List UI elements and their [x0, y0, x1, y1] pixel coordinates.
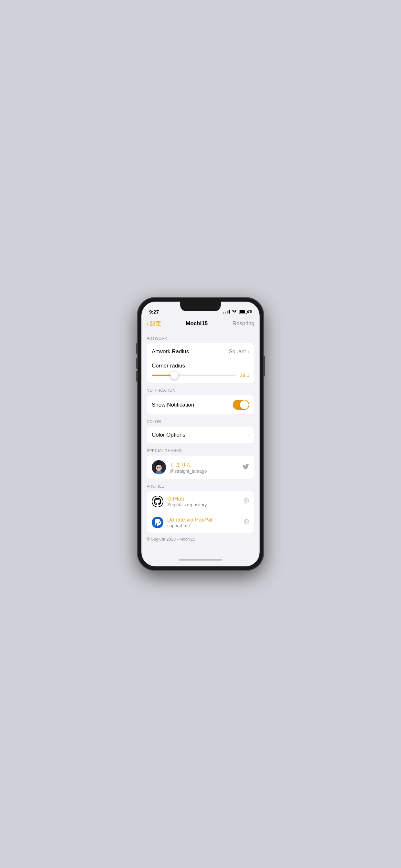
- chevron-right-icon: ›: [248, 432, 249, 438]
- copyright-symbol: ©: [147, 537, 150, 541]
- slider-track[interactable]: [152, 375, 236, 376]
- wifi-icon: [232, 309, 237, 314]
- home-indicator-area: [142, 555, 259, 566]
- github-row[interactable]: GitHub Sugiuta's repository: [147, 491, 254, 512]
- special-thanks-row[interactable]: しまりん @straight_tamago: [147, 456, 254, 479]
- svg-point-4: [156, 465, 162, 471]
- corner-radius-label: Corner radius: [152, 363, 249, 369]
- paypal-sub: support me: [167, 523, 243, 528]
- phone-screen: 9:27 76: [142, 302, 259, 566]
- settings-content: ARTWORK Artwork Radius Square › Corner r…: [142, 331, 259, 555]
- signal-icon: [223, 310, 230, 314]
- thanks-info: しまりん @straight_tamago: [170, 461, 242, 474]
- github-sub: Sugiuta's repository: [167, 502, 243, 507]
- artwork-radius-label: Artwork Radius: [152, 348, 189, 355]
- twitter-icon[interactable]: [242, 463, 249, 472]
- color-options-row[interactable]: Color Options ›: [147, 427, 254, 443]
- footer: ©Sugiuta 2023 - Mochi15: [142, 533, 259, 543]
- battery-icon: 76: [239, 309, 252, 314]
- battery-level: 76: [248, 309, 252, 314]
- paypal-info: Donate via PayPal support me: [167, 517, 243, 528]
- special-thanks-section-label: SPECIAL THANKS: [142, 443, 259, 456]
- respring-button[interactable]: Respring: [233, 320, 254, 327]
- nav-bar: ‹ 設定 Mochi15 Respring: [142, 317, 259, 331]
- artwork-radius-row[interactable]: Artwork Radius Square ›: [147, 343, 254, 360]
- phone-frame: 9:27 76: [137, 298, 264, 570]
- back-label: 設定: [150, 320, 161, 327]
- slider-value: 19.0: [239, 372, 249, 378]
- artwork-radius-value: Square ›: [229, 348, 250, 355]
- external-link-icon: [243, 498, 249, 505]
- corner-radius-row: Corner radius 19.0: [147, 360, 254, 383]
- thanks-name: しまりん: [170, 461, 242, 469]
- profile-card: GitHub Sugiuta's repository: [147, 491, 254, 533]
- paypal-label: Donate via PayPal: [167, 517, 243, 523]
- slider-wrapper: 19.0: [152, 372, 249, 378]
- paypal-row[interactable]: Donate via PayPal support me: [147, 512, 254, 533]
- svg-point-6: [159, 467, 161, 469]
- profile-section-label: PROFILE: [142, 479, 259, 491]
- chevron-left-icon: ‹: [147, 320, 149, 327]
- svg-point-5: [157, 467, 158, 469]
- artwork-card: Artwork Radius Square › Corner radius 19…: [147, 343, 254, 383]
- slider-thumb[interactable]: [171, 371, 178, 379]
- notch: [180, 302, 221, 311]
- footer-text: Sugiuta 2023 - Mochi15: [151, 537, 195, 541]
- show-notification-row: Show Notification: [147, 395, 254, 414]
- show-notification-label: Show Notification: [152, 402, 194, 408]
- chevron-right-icon: ›: [248, 349, 249, 354]
- page-title: Mochi15: [186, 320, 208, 327]
- external-link-icon-2: [243, 519, 249, 526]
- paypal-icon: [152, 517, 163, 528]
- svg-point-8: [160, 467, 160, 467]
- toggle-thumb: [240, 400, 249, 409]
- artwork-section-label: ARTWORK: [142, 331, 259, 343]
- github-label: GitHub: [167, 496, 243, 502]
- status-icons: 76: [223, 309, 252, 314]
- color-section-label: COLOR: [142, 414, 259, 427]
- github-info: GitHub Sugiuta's repository: [167, 496, 243, 507]
- svg-rect-9: [156, 471, 162, 474]
- github-icon: [152, 496, 163, 507]
- show-notification-toggle[interactable]: [233, 400, 249, 410]
- notification-section-label: NOTIFICATION: [142, 383, 259, 395]
- thanks-handle: @straight_tamago: [170, 469, 242, 474]
- color-card: Color Options ›: [147, 427, 254, 443]
- color-options-chevron: ›: [248, 432, 249, 438]
- notification-card: Show Notification: [147, 395, 254, 414]
- special-thanks-card: しまりん @straight_tamago: [147, 456, 254, 479]
- color-options-label: Color Options: [152, 432, 185, 438]
- status-time: 9:27: [149, 309, 159, 314]
- home-indicator: [179, 559, 222, 561]
- back-button[interactable]: ‹ 設定: [147, 320, 161, 327]
- avatar: [152, 460, 166, 474]
